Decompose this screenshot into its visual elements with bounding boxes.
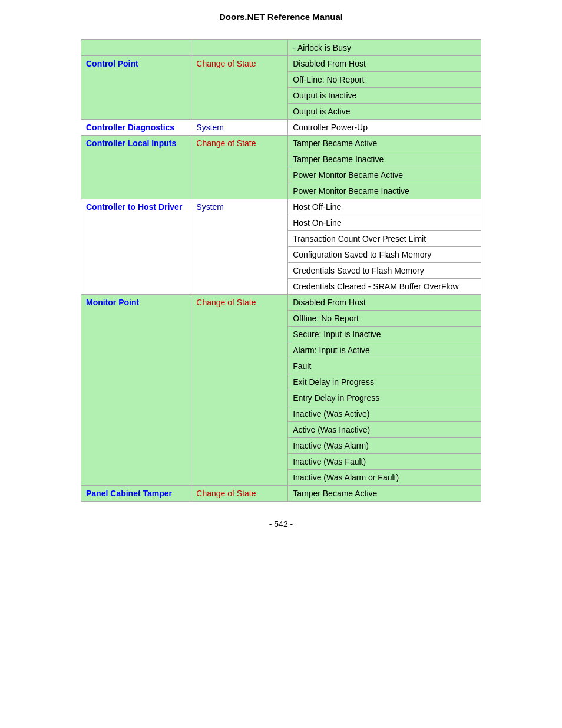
event-description: Inactive (Was Alarm or Fault): [288, 470, 481, 486]
event-description: Offline: No Report: [288, 311, 481, 327]
type-label: System: [196, 123, 224, 132]
event-description: Controller Power-Up: [288, 120, 481, 136]
event-description: Power Monitor Became Active: [288, 167, 481, 183]
empty-cell: [81, 40, 191, 56]
event-description: Secure: Input is Inactive: [288, 327, 481, 342]
category-label: Controller Diagnostics: [86, 123, 174, 132]
event-description: Host Off-Line: [288, 199, 481, 215]
event-description: Credentials Saved to Flash Memory: [288, 263, 481, 279]
empty-cell: [191, 40, 288, 56]
event-description: Credentials Cleared - SRAM Buffer OverFl…: [288, 279, 481, 295]
event-description: Output is Active: [288, 104, 481, 120]
event-description: Tamper Became Active: [288, 136, 481, 151]
event-description: Exit Delay in Progress: [288, 374, 481, 390]
event-description: Inactive (Was Active): [288, 406, 481, 422]
event-description: Power Monitor Became Inactive: [288, 183, 481, 199]
event-description: Tamper Became Active: [288, 486, 481, 502]
event-description: Fault: [288, 358, 481, 374]
event-description: Inactive (Was Alarm): [288, 438, 481, 454]
event-description: Off-Line: No Report: [288, 72, 481, 88]
event-description: Transaction Count Over Preset Limit: [288, 231, 481, 247]
page-number: - 542 -: [24, 519, 538, 529]
event-description: Tamper Became Inactive: [288, 151, 481, 167]
event-description: Entry Delay in Progress: [288, 390, 481, 406]
type-label: System: [196, 202, 224, 212]
event-description: Inactive (Was Fault): [288, 454, 481, 470]
type-label: Change of State: [196, 489, 256, 498]
event-description: Disabled From Host: [288, 295, 481, 311]
category-label: Monitor Point: [86, 298, 139, 307]
event-description: - Airlock is Busy: [288, 40, 481, 56]
category-label: Panel Cabinet Tamper: [86, 489, 172, 498]
event-description: Disabled From Host: [288, 56, 481, 72]
type-label: Change of State: [196, 59, 256, 68]
type-label: Change of State: [196, 139, 256, 148]
event-description: Active (Was Inactive): [288, 422, 481, 438]
category-label: Controller Local Inputs: [86, 139, 176, 148]
event-description: Configuration Saved to Flash Memory: [288, 247, 481, 263]
event-description: Alarm: Input is Active: [288, 342, 481, 358]
event-description: Output is Inactive: [288, 88, 481, 104]
category-label: Controller to Host Driver: [86, 202, 182, 212]
reference-table: - Airlock is BusyControl PointChange of …: [81, 39, 481, 502]
event-description: Host On-Line: [288, 215, 481, 231]
category-label: Control Point: [86, 59, 138, 68]
type-label: Change of State: [196, 298, 256, 307]
page-title: Doors.NET Reference Manual: [24, 12, 538, 22]
